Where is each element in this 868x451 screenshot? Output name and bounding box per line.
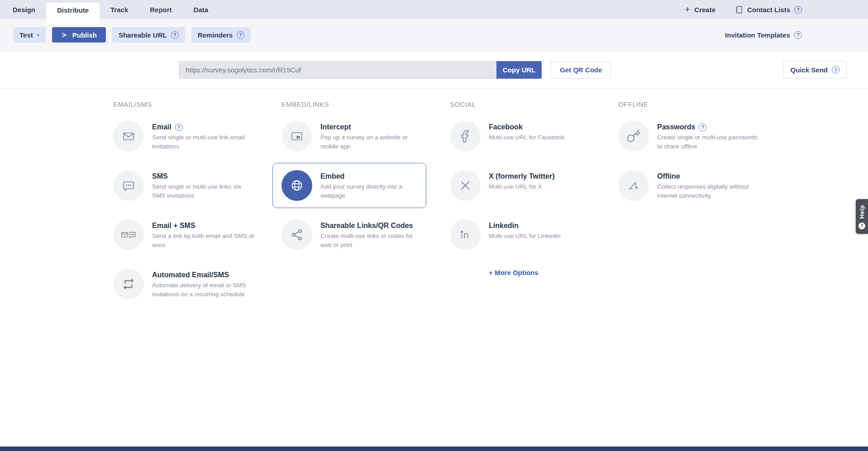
- distribute-options-grid: EMAIL/SMSEmail?Send single or multi-use …: [0, 89, 868, 318]
- plus-icon: +: [685, 5, 690, 14]
- linkedin-icon: [458, 228, 472, 242]
- option-title: Automated Email/SMS: [152, 271, 229, 279]
- option-description: Send single or multi-use link email invi…: [152, 133, 255, 151]
- tab-track[interactable]: Track: [100, 0, 139, 19]
- reminders-button[interactable]: Reminders ?: [191, 27, 251, 43]
- option-passwords[interactable]: Passwords?Create single or multi-use pas…: [618, 121, 772, 152]
- option-title: Offline: [657, 172, 680, 180]
- send-icon: [61, 32, 68, 38]
- option-text: SMSSend single or multi-use links via SM…: [152, 170, 255, 201]
- survey-url-input[interactable]: [179, 61, 496, 79]
- option-description: Automate delivery of email or SMS invita…: [152, 281, 255, 299]
- copy-url-button[interactable]: Copy URL: [496, 61, 542, 79]
- option-text: Shareable Links/QR CodesCreate multi-use…: [320, 219, 424, 250]
- option-email[interactable]: Email?Send single or multi-use link emai…: [113, 121, 267, 152]
- option-description: Send single or multi-use links via SMS i…: [152, 182, 255, 200]
- column-email-sms: EMAIL/SMSEmail?Send single or multi-use …: [113, 100, 281, 318]
- option-description: Pop up a survey on a website or mobile a…: [320, 133, 424, 151]
- option-icon-circle: [450, 219, 481, 250]
- option-icon-circle: [450, 170, 481, 201]
- option-text: Automated Email/SMSAutomate delivery of …: [152, 269, 255, 299]
- help-circle-icon: ?: [237, 31, 244, 39]
- option-text: OfflineCollect responses digitally witho…: [657, 170, 760, 201]
- option-automated-email-sms[interactable]: Automated Email/SMSAutomate delivery of …: [113, 269, 267, 299]
- column-header: SOCIAL: [450, 100, 618, 108]
- invitation-templates-link[interactable]: Invitation Templates ?: [725, 31, 802, 39]
- column-header: EMAIL/SMS: [113, 100, 281, 108]
- shareable-url-label: Shareable URL: [119, 31, 167, 39]
- test-label: Test: [19, 31, 33, 39]
- option-sms[interactable]: SMSSend single or multi-use links via SM…: [113, 170, 267, 201]
- navbar-right: + Create Contact Lists ?: [685, 0, 868, 19]
- option-description: Create single or multi-use passwords to …: [657, 133, 760, 151]
- quick-send-button[interactable]: Quick Send ?: [783, 61, 847, 79]
- top-navbar: DesignDistributeTrackReportData + Create…: [0, 0, 868, 19]
- option-title: Shareable Links/QR Codes: [320, 222, 413, 230]
- survey-url-row: Copy URL Get QR Code Quick Send ?: [0, 51, 868, 89]
- quick-send-label: Quick Send: [790, 66, 828, 74]
- option-title: Intercept: [320, 123, 351, 131]
- shareable-links-icon: [290, 228, 304, 242]
- tab-report[interactable]: Report: [139, 0, 182, 19]
- automated-icon: [122, 277, 135, 291]
- create-label: Create: [694, 6, 715, 14]
- publish-label: Publish: [72, 31, 97, 39]
- option-embed[interactable]: EmbedAdd your survey directly into a web…: [272, 163, 426, 208]
- create-button[interactable]: + Create: [685, 5, 715, 14]
- option-text: Email + SMSSend a link by both email and…: [152, 219, 255, 250]
- option-icon-circle: [281, 219, 312, 250]
- option-description: Multi-use URL for Facebook: [489, 133, 565, 142]
- help-label: Help: [858, 205, 865, 218]
- option-icon-circle: [113, 219, 144, 250]
- help-tab[interactable]: Help ?: [856, 199, 868, 234]
- option-description: Multi-use URL for X: [489, 182, 555, 191]
- help-circle-icon: ?: [794, 6, 802, 14]
- offline-icon: [626, 178, 641, 193]
- help-circle-icon[interactable]: ?: [175, 123, 183, 131]
- option-shareable-links-qr-codes[interactable]: Shareable Links/QR CodesCreate multi-use…: [281, 219, 435, 250]
- option-linkedin[interactable]: LinkedinMulti-use URL for Linkedin: [450, 219, 604, 250]
- option-text: EmbedAdd your survey directly into a web…: [320, 170, 417, 201]
- column-header: OFFLINE: [618, 100, 787, 108]
- email-icon: [121, 129, 136, 143]
- column-header: EMBED/LINKS: [281, 100, 450, 108]
- option-text: X (formerly Twitter)Multi-use URL for X: [489, 170, 555, 201]
- option-intercept[interactable]: InterceptPop up a survey on a website or…: [281, 121, 435, 152]
- email-sms-icon: [120, 228, 137, 242]
- tab-distribute[interactable]: Distribute: [46, 3, 100, 24]
- sms-icon: [121, 178, 136, 193]
- column-offline: OFFLINEPasswords?Create single or multi-…: [618, 100, 787, 219]
- intercept-icon: [290, 129, 304, 143]
- option-facebook[interactable]: FacebookMulti-use URL for Facebook: [450, 121, 604, 152]
- option-title: Email + SMS: [152, 222, 196, 230]
- url-group: Copy URL Get QR Code: [179, 61, 611, 79]
- contact-lists-label: Contact Lists: [747, 6, 790, 14]
- get-qr-code-button[interactable]: Get QR Code: [551, 61, 611, 79]
- nav-tabs: DesignDistributeTrackReportData: [2, 0, 219, 19]
- distribute-toolbar: Test ▾ Publish Shareable URL ? Reminders…: [0, 19, 868, 51]
- tab-data[interactable]: Data: [183, 0, 219, 19]
- contact-lists-button[interactable]: Contact Lists ?: [734, 5, 802, 14]
- tab-design[interactable]: Design: [2, 0, 46, 19]
- option-description: Multi-use URL for Linkedin: [489, 232, 561, 241]
- option-x-formerly-twitter[interactable]: X (formerly Twitter)Multi-use URL for X: [450, 170, 604, 201]
- test-dropdown[interactable]: Test ▾: [13, 27, 46, 43]
- option-icon-circle: [618, 121, 649, 152]
- toolbar-left: Test ▾ Publish Shareable URL ? Reminders…: [13, 27, 251, 43]
- option-title: Facebook: [489, 123, 523, 131]
- shareable-url-button[interactable]: Shareable URL ?: [112, 27, 185, 43]
- option-email-sms[interactable]: Email + SMSSend a link by both email and…: [113, 219, 267, 250]
- option-title: Passwords: [657, 123, 695, 131]
- help-circle-icon: ?: [832, 66, 839, 74]
- x-icon: [459, 180, 471, 191]
- column-social: SOCIALFacebookMulti-use URL for Facebook…: [450, 100, 618, 276]
- help-circle-icon[interactable]: ?: [699, 123, 706, 131]
- option-text: LinkedinMulti-use URL for Linkedin: [489, 219, 561, 250]
- option-offline[interactable]: OfflineCollect responses digitally witho…: [618, 170, 772, 201]
- option-icon-circle: [113, 121, 144, 152]
- publish-button[interactable]: Publish: [52, 27, 106, 43]
- option-icon-circle: [281, 121, 312, 152]
- contact-book-icon: [734, 5, 743, 14]
- more-options-link[interactable]: + More Options: [489, 269, 618, 276]
- option-description: Add your survey directly into a webpage: [320, 182, 417, 200]
